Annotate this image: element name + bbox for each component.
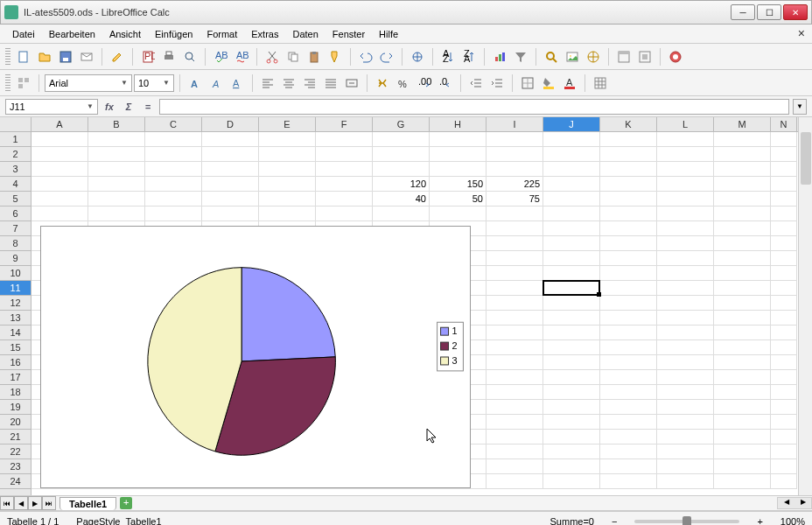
cell-K12[interactable] <box>600 296 657 311</box>
maximize-button[interactable]: ☐ <box>757 4 781 20</box>
cell-I24[interactable] <box>486 474 543 489</box>
cell-H4[interactable]: 150 <box>430 177 486 192</box>
grid-lines-icon[interactable] <box>591 74 610 93</box>
cell-B2[interactable] <box>88 147 145 162</box>
cell-J15[interactable] <box>543 340 600 355</box>
cell-H3[interactable] <box>430 162 486 177</box>
cell-J11[interactable] <box>543 281 600 296</box>
expand-formula-icon[interactable]: ▼ <box>793 99 807 115</box>
menu-bearbeiten[interactable]: Bearbeiten <box>42 26 102 42</box>
cell-K1[interactable] <box>600 132 657 147</box>
menu-extras[interactable]: Extras <box>244 26 285 42</box>
cell-B1[interactable] <box>88 132 145 147</box>
cell-I16[interactable] <box>486 355 543 370</box>
cell-I10[interactable] <box>486 266 543 281</box>
cell-N12[interactable] <box>771 296 797 311</box>
row-header-22[interactable]: 22 <box>0 444 31 459</box>
cell-G3[interactable] <box>373 162 430 177</box>
status-pagestyle[interactable]: PageStyle_Tabelle1 <box>76 516 161 526</box>
cell-N7[interactable] <box>771 221 797 236</box>
spellcheck-icon[interactable]: ABC <box>211 47 230 66</box>
help-icon[interactable] <box>666 47 685 66</box>
zoom-out-icon[interactable]: − <box>612 516 617 526</box>
cell-H6[interactable] <box>430 206 486 221</box>
new-icon[interactable] <box>14 47 33 66</box>
cell-N4[interactable] <box>771 177 797 192</box>
cell-K20[interactable] <box>600 415 657 430</box>
cell-I7[interactable] <box>486 221 543 236</box>
hyperlink-icon[interactable] <box>408 47 427 66</box>
merge-icon[interactable] <box>342 74 361 93</box>
cell-L4[interactable] <box>657 177 714 192</box>
cell-C5[interactable] <box>145 192 202 206</box>
cell-J9[interactable] <box>543 251 600 266</box>
cell-F5[interactable] <box>316 192 373 206</box>
cell-M11[interactable] <box>714 281 771 296</box>
cell-I6[interactable] <box>486 206 543 221</box>
row-header-12[interactable]: 12 <box>0 296 31 311</box>
cell-K15[interactable] <box>600 340 657 355</box>
bold-icon[interactable]: A <box>186 74 205 93</box>
equals-icon[interactable]: = <box>140 99 156 115</box>
cell-M13[interactable] <box>714 311 771 326</box>
cell-L6[interactable] <box>657 206 714 221</box>
row-header-19[interactable]: 19 <box>0 400 31 415</box>
cell-D5[interactable] <box>202 192 259 206</box>
cell-K19[interactable] <box>600 400 657 415</box>
cell-J12[interactable] <box>543 296 600 311</box>
close-button[interactable]: ✕ <box>783 4 808 20</box>
cell-I20[interactable] <box>486 415 543 430</box>
cell-J18[interactable] <box>543 385 600 400</box>
navigator-icon[interactable] <box>584 47 603 66</box>
cell-K8[interactable] <box>600 236 657 251</box>
cell-F2[interactable] <box>316 147 373 162</box>
tab-first-icon[interactable]: ⏮ <box>0 496 14 510</box>
cell-N24[interactable] <box>771 474 797 489</box>
redo-icon[interactable] <box>377 47 396 66</box>
cell-I1[interactable] <box>486 132 543 147</box>
cell-K13[interactable] <box>600 311 657 326</box>
cell-M20[interactable] <box>714 415 771 430</box>
cell-K17[interactable] <box>600 370 657 385</box>
chart-icon[interactable] <box>490 47 509 66</box>
cell-K10[interactable] <box>600 266 657 281</box>
row-header-20[interactable]: 20 <box>0 415 31 430</box>
cell-G5[interactable]: 40 <box>373 192 430 206</box>
cell-C1[interactable] <box>145 132 202 147</box>
cell-N10[interactable] <box>771 266 797 281</box>
cell-N1[interactable] <box>771 132 797 147</box>
cell-H5[interactable]: 50 <box>430 192 486 206</box>
cell-I11[interactable] <box>486 281 543 296</box>
cell-L5[interactable] <box>657 192 714 206</box>
cell-H2[interactable] <box>430 147 486 162</box>
cell-I3[interactable] <box>486 162 543 177</box>
row-header-23[interactable]: 23 <box>0 459 31 474</box>
cell-M22[interactable] <box>714 444 771 459</box>
cut-icon[interactable] <box>262 47 282 66</box>
cell-J13[interactable] <box>543 311 600 326</box>
cell-J16[interactable] <box>543 355 600 370</box>
row-header-9[interactable]: 9 <box>0 251 31 266</box>
cell-N11[interactable] <box>771 281 797 296</box>
cell-E3[interactable] <box>259 162 316 177</box>
cell-L19[interactable] <box>657 400 714 415</box>
cell-H1[interactable] <box>430 132 486 147</box>
col-header-C[interactable]: C <box>145 117 202 131</box>
cell-E6[interactable] <box>259 206 316 221</box>
cell-K5[interactable] <box>600 192 657 206</box>
cell-L17[interactable] <box>657 370 714 385</box>
cell-I8[interactable] <box>486 236 543 251</box>
cell-C3[interactable] <box>145 162 202 177</box>
cell-N2[interactable] <box>771 147 797 162</box>
zoom-level[interactable]: 100% <box>780 516 805 526</box>
col-header-A[interactable]: A <box>32 117 88 131</box>
cell-M3[interactable] <box>714 162 771 177</box>
cell-A6[interactable] <box>32 206 88 221</box>
font-size-select[interactable]: 10▼ <box>134 74 174 92</box>
cell-L22[interactable] <box>657 444 714 459</box>
cell-L7[interactable] <box>657 221 714 236</box>
cell-N15[interactable] <box>771 340 797 355</box>
cell-M10[interactable] <box>714 266 771 281</box>
pie-slice-1[interactable] <box>242 268 335 361</box>
vertical-scrollbar[interactable] <box>798 117 812 495</box>
